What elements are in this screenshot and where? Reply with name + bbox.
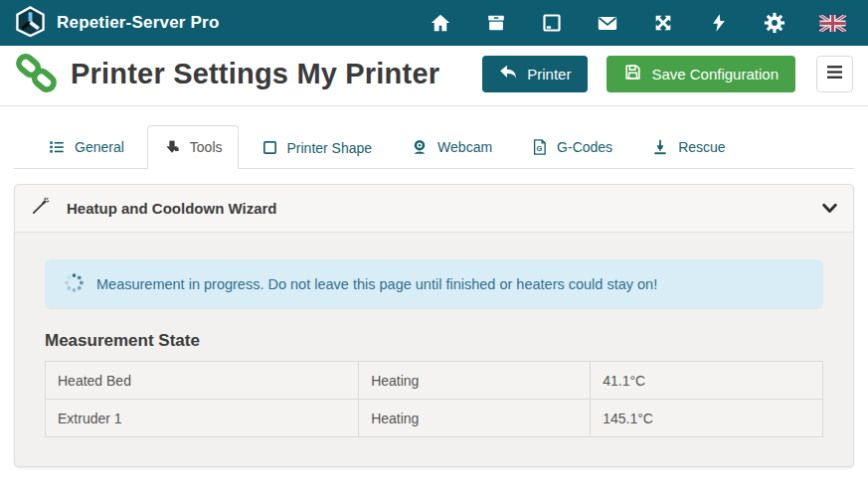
settings-icon[interactable] <box>764 12 785 34</box>
list-icon <box>48 138 66 156</box>
panel-body: Measurement in progress. Do not leave th… <box>15 233 853 466</box>
device-cell: Extruder 1 <box>46 400 359 437</box>
hamburger-icon <box>826 65 843 83</box>
printer-box-icon[interactable] <box>485 12 507 34</box>
tab-general[interactable]: General <box>32 125 140 169</box>
gcode-file-icon: G <box>531 138 548 156</box>
temperature-cell: 41.1°C <box>591 362 823 400</box>
back-to-printer-label: Printer <box>527 66 571 83</box>
spinner-icon <box>65 273 84 295</box>
fullscreen-icon[interactable] <box>652 12 674 34</box>
tab-printer-shape[interactable]: Printer Shape <box>246 126 389 169</box>
tab-gcodes[interactable]: G G-Codes <box>515 125 628 169</box>
status-cell: Heating <box>359 362 591 400</box>
panel-title: Heatup and Cooldown Wizard <box>67 200 277 217</box>
square-outline-icon <box>261 139 278 156</box>
tab-gcodes-label: G-Codes <box>557 139 612 155</box>
temperature-cell: 145.1°C <box>591 400 823 437</box>
save-icon <box>623 63 642 84</box>
tab-printer-shape-label: Printer Shape <box>287 140 373 156</box>
device-cell: Heated Bed <box>46 362 359 400</box>
measurement-state-table: Heated Bed Heating 41.1°C Extruder 1 Hea… <box>45 361 823 437</box>
messages-icon[interactable] <box>597 12 618 34</box>
more-menu-button[interactable] <box>816 56 853 92</box>
page-title: Printer Settings My Printer <box>71 58 439 90</box>
home-icon[interactable] <box>430 12 451 34</box>
alert-message: Measurement in progress. Do not leave th… <box>96 276 657 292</box>
tab-webcam[interactable]: Webcam <box>395 125 508 169</box>
reply-arrow-icon <box>499 64 518 83</box>
power-icon[interactable] <box>708 12 730 34</box>
tab-tools-label: Tools <box>190 139 223 155</box>
back-to-printer-button[interactable]: Printer <box>482 56 588 92</box>
touchscreen-icon[interactable] <box>541 12 563 34</box>
brand-title: Repetier-Server Pro <box>57 13 219 33</box>
tab-general-label: General <box>75 139 124 155</box>
language-flag-uk-icon[interactable] <box>819 12 846 34</box>
svg-text:G: G <box>537 144 543 153</box>
webcam-icon <box>411 138 429 156</box>
brand-home-link[interactable]: Repetier-Server Pro <box>15 6 219 41</box>
hotend-rescue-icon <box>651 138 669 156</box>
tab-rescue[interactable]: Rescue <box>635 125 741 169</box>
repetier-logo-icon <box>15 6 46 41</box>
save-configuration-label: Save Configuration <box>651 66 779 83</box>
heatup-wizard-panel: Heatup and Cooldown Wizard Me <box>14 184 854 467</box>
measurement-progress-alert: Measurement in progress. Do not leave th… <box>45 259 823 308</box>
magic-wand-icon <box>31 197 50 220</box>
save-configuration-button[interactable]: Save Configuration <box>607 56 795 92</box>
chevron-down-icon <box>822 200 837 218</box>
top-navbar: Repetier-Server Pro <box>0 0 868 46</box>
heatup-wizard-panel-header[interactable]: Heatup and Cooldown Wizard <box>15 185 853 233</box>
measurement-state-heading: Measurement State <box>45 331 823 351</box>
header-actions: Printer Save Configuration <box>482 56 853 92</box>
page-header: Printer Settings My Printer Printer Save… <box>0 46 868 106</box>
chain-link-icon <box>16 53 58 94</box>
settings-tab-bar: General Tools Printer Shape <box>14 125 854 169</box>
tab-tools[interactable]: Tools <box>147 125 239 169</box>
navbar-icon-group <box>430 12 846 34</box>
extruder-icon <box>163 138 181 156</box>
status-cell: Heating <box>359 400 591 437</box>
tab-rescue-label: Rescue <box>678 139 725 155</box>
table-row: Heated Bed Heating 41.1°C <box>46 362 823 400</box>
table-row: Extruder 1 Heating 145.1°C <box>46 400 823 437</box>
tab-webcam-label: Webcam <box>437 139 492 155</box>
